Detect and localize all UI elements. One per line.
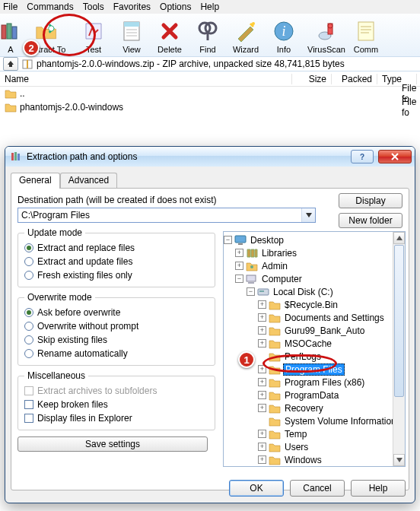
expand-icon[interactable]: + [258, 455, 266, 464]
radio-rename-auto[interactable]: Rename automatically [24, 347, 208, 360]
dest-path-combobox[interactable]: C:\Program Files [18, 208, 316, 223]
toolbar-view-button[interactable]: View [113, 19, 151, 55]
svg-point-17 [328, 24, 332, 28]
menu-commands[interactable]: Commands [27, 2, 73, 12]
expand-icon[interactable]: + [258, 300, 266, 309]
toolbar-virusscan-button[interactable]: VirusScan [303, 19, 350, 55]
menu-favorites[interactable]: Favorites [113, 2, 151, 12]
list-item[interactable]: .. File fo [0, 87, 420, 100]
collapse-icon[interactable]: − [247, 287, 255, 296]
tree-node[interactable]: +Documents and Settings [224, 311, 405, 324]
toolbar-comment-button[interactable]: Comm [350, 19, 382, 55]
dialog-titlebar[interactable]: Extraction path and options ? [5, 147, 415, 167]
expand-icon[interactable]: + [258, 339, 266, 348]
tree-scrollbar[interactable] [393, 232, 405, 466]
col-size[interactable]: Size [292, 74, 332, 84]
menu-options[interactable]: Options [160, 2, 191, 12]
tree-node[interactable]: +Users [224, 440, 405, 453]
check-keep-broken[interactable]: Keep broken files [24, 398, 208, 411]
menu-tools[interactable]: Tools [83, 2, 104, 12]
expand-icon[interactable]: + [258, 313, 266, 322]
file-name: .. [20, 88, 307, 99]
tree-node[interactable]: −Desktop [224, 233, 405, 246]
toolbar-test-button[interactable]: Test [75, 19, 113, 55]
tree-node[interactable]: +MSOCache [224, 337, 405, 350]
tree-node[interactable]: System Volume Information [224, 414, 405, 427]
svg-rect-31 [247, 275, 256, 281]
find-label: Find [199, 45, 215, 54]
display-button[interactable]: Display [339, 193, 402, 208]
tree-node[interactable]: +Program Files [224, 363, 405, 376]
radio-skip-existing[interactable]: Skip existing files [24, 333, 208, 347]
expand-icon[interactable]: + [235, 262, 243, 270]
col-packed[interactable]: Packed [332, 74, 377, 84]
expand-icon[interactable]: + [258, 443, 266, 451]
expand-icon[interactable]: + [258, 365, 266, 373]
tree-node-label: Windows [283, 455, 323, 465]
help-button[interactable]: Help [351, 480, 406, 497]
radio-fresh-only[interactable]: Fresh existing files only [24, 268, 208, 282]
radio-ask-before[interactable]: Ask before overwrite [24, 306, 208, 319]
radio-extract-update[interactable]: Extract and update files [24, 255, 208, 268]
tree-node[interactable]: +Admin [224, 259, 405, 272]
tree-node-label: Program Files (x86) [283, 377, 366, 388]
svg-rect-26 [18, 154, 20, 160]
folder-tree[interactable]: −Desktop+Libraries+Admin−Computer−Local … [223, 231, 406, 467]
tree-node[interactable]: PerfLogs [224, 350, 405, 363]
tree-node[interactable]: +ProgramData [224, 389, 405, 402]
expand-icon[interactable]: + [258, 378, 266, 386]
toolbar-add-button[interactable]: A [2, 19, 20, 55]
expand-icon[interactable]: + [258, 404, 266, 412]
collapse-icon[interactable]: − [224, 236, 232, 244]
expand-icon[interactable]: + [258, 430, 266, 438]
tree-node[interactable]: +Guru99_Bank_Auto [224, 324, 405, 337]
toolbar-extract-to-button[interactable]: Extract To [20, 19, 75, 55]
toolbar-wizard-button[interactable]: Wizard [227, 19, 265, 55]
tab-general[interactable]: General [11, 173, 60, 189]
tree-node[interactable]: +Libraries [224, 246, 405, 259]
menubar: File Commands Tools Favorites Options He… [0, 0, 420, 14]
collapse-icon[interactable]: − [235, 275, 243, 283]
scroll-up-icon[interactable] [393, 232, 405, 244]
tree-node[interactable]: +Windows [224, 453, 405, 466]
tab-advanced[interactable]: Advanced [60, 173, 117, 188]
check-display-explorer[interactable]: Display files in Explorer [24, 411, 208, 425]
scroll-down-icon[interactable] [393, 454, 405, 466]
help-button-titlebar[interactable]: ? [351, 150, 374, 163]
folder-icon [269, 390, 281, 401]
save-settings-button[interactable]: Save settings [18, 436, 208, 452]
tree-node[interactable]: +Temp [224, 427, 405, 440]
menu-help[interactable]: Help [200, 2, 219, 12]
chevron-down-icon[interactable] [301, 208, 315, 222]
expand-icon[interactable]: + [235, 249, 243, 257]
cancel-button[interactable]: Cancel [290, 480, 345, 497]
tree-node[interactable]: +Local Disk (D:) [224, 466, 405, 467]
radio-overwrite-noprompt[interactable]: Overwrite without prompt [24, 319, 208, 333]
close-button[interactable] [378, 150, 412, 163]
menu-file[interactable]: File [3, 2, 18, 12]
delete-label: Delete [158, 45, 182, 54]
tree-node[interactable]: +Program Files (x86) [224, 376, 405, 389]
folder-icon [269, 325, 281, 336]
tree-node-label: Users [283, 442, 310, 452]
tree-node[interactable]: −Computer [224, 272, 405, 285]
list-item[interactable]: phantomjs-2.0.0-windows File fo [0, 100, 420, 114]
folder-icon [269, 429, 281, 440]
toolbar-find-button[interactable]: Find [189, 19, 227, 55]
scroll-thumb[interactable] [394, 245, 404, 397]
svg-rect-24 [11, 153, 14, 160]
ok-button[interactable]: OK [229, 480, 284, 497]
folder-icon [269, 351, 281, 362]
radio-extract-replace[interactable]: Extract and replace files [24, 241, 208, 255]
expand-icon[interactable]: + [258, 391, 266, 399]
tree-node[interactable]: +$Recycle.Bin [224, 298, 405, 311]
expand-icon[interactable]: + [258, 326, 266, 335]
toolbar-delete-button[interactable]: Delete [151, 19, 189, 55]
tree-node-label: Desktop [249, 235, 285, 246]
new-folder-button[interactable]: New folder [339, 213, 402, 228]
col-name[interactable]: Name [0, 74, 292, 84]
toolbar-info-button[interactable]: i Info [265, 19, 303, 55]
tree-node[interactable]: −Local Disk (C:) [224, 285, 405, 298]
up-button[interactable] [3, 57, 18, 71]
tree-node[interactable]: +Recovery [224, 402, 405, 414]
